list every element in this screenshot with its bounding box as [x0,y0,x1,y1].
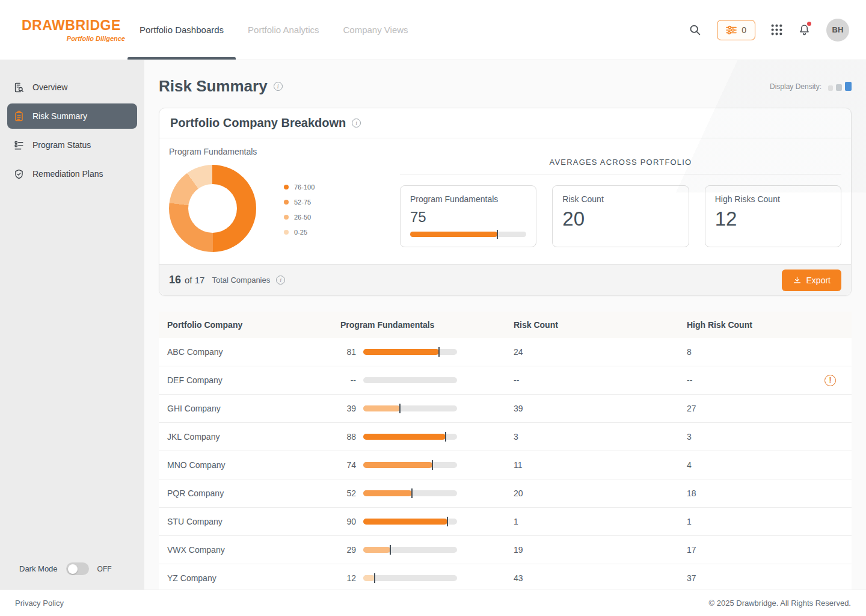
high-risk-count-cell: 27 [687,404,843,413]
info-icon[interactable] [276,276,285,285]
apps-grid-icon[interactable] [771,24,782,35]
legend-label: 76-100 [294,183,315,191]
avg-progress-track [410,232,526,237]
high-risk-count-value: 1 [687,517,692,526]
table-row[interactable]: YZ Company124337 [159,564,852,590]
legend-item: 52-75 [284,199,315,206]
donut-legend: 76-10052-7526-500-25 [284,183,315,236]
filter-count: 0 [742,25,746,35]
donut-wrap: 76-10052-7526-500-25 [169,165,390,252]
high-risk-count-value: 3 [687,432,692,442]
card-header: Portfolio Company Breakdown [159,108,851,138]
stat-card-program-fundamentals: Program Fundamentals 75 [400,185,536,247]
drawbridge-logo[interactable]: DRAWBRIDGE Portfolio Diligence [0,17,127,42]
donut-chart[interactable] [169,165,256,252]
info-icon[interactable] [274,82,283,91]
density-option-compact[interactable] [828,85,833,91]
table-row[interactable]: ABC Company81248 [159,338,852,366]
risk-count-value: -- [514,375,687,385]
score-bar-marker [390,545,391,555]
stat-value: 12 [715,208,831,230]
sidebar-item-remediation-plans[interactable]: Remediation Plans [7,161,137,186]
legend-dot [284,185,289,189]
table-row[interactable]: STU Company9011 [159,508,852,536]
table-row[interactable]: GHI Company393927 [159,395,852,423]
score-bar-fill [363,575,375,581]
col-portfolio-company: Portfolio Company [167,320,340,330]
total-companies-label: Total Companies [212,276,270,285]
privacy-policy-link[interactable]: Privacy Policy [15,599,64,608]
sidebar-item-overview[interactable]: Overview [7,75,137,100]
high-risk-count-cell: 8 [687,347,843,357]
density-option-medium[interactable] [836,84,842,91]
table-row[interactable]: JKL Company8833 [159,423,852,451]
stat-label: Risk Count [562,194,678,204]
table-row[interactable]: MNO Company74114 [159,451,852,479]
score-bar-marker [438,347,440,357]
legend-item: 26-50 [284,214,315,221]
score-bar-fill [363,462,432,468]
toggle-knob [68,564,78,574]
sidebar-item-label: Risk Summary [32,111,87,121]
company-name: VWX Company [167,545,340,555]
chart-label: Program Fundamentals [169,147,390,156]
stat-value: 20 [562,208,678,230]
export-label: Export [806,276,831,285]
high-risk-count-value: -- [687,375,692,385]
sidebar-item-label: Program Status [32,140,91,150]
avg-bar-marker [497,230,498,239]
warning-icon[interactable] [825,375,836,386]
sidebar-item-risk-summary[interactable]: Risk Summary [7,103,137,129]
score-bar-fill [363,519,447,525]
stat-label: High Risks Count [715,194,831,204]
col-program-fundamentals: Program Fundamentals [340,320,514,330]
stat-card-risk-count: Risk Count 20 [552,185,689,247]
score-bar-track [363,349,457,355]
score-bar-marker [447,517,448,526]
shield-check-icon [13,168,25,180]
col-risk-count: Risk Count [514,320,687,330]
title-row: Risk Summary Display Density: [159,77,852,96]
notification-dot [807,22,811,26]
score-bar-track [363,377,457,383]
table-row[interactable]: VWX Company291917 [159,536,852,564]
legend-dot [284,200,289,205]
page-footer: Privacy Policy © 2025 Drawbridge. All Ri… [0,590,866,616]
legend-label: 26-50 [294,214,311,221]
copyright-text: © 2025 Drawbridge. All Rights Reserved. [709,599,851,608]
filter-button[interactable]: 0 [717,20,755,40]
overview-icon [13,82,25,93]
notifications-bell-icon[interactable] [798,23,811,36]
density-option-comfortable[interactable] [845,82,852,91]
score-bar-fill [363,434,446,440]
search-icon[interactable] [689,23,701,36]
company-name: ABC Company [167,347,340,357]
avatar[interactable]: BH [826,19,849,42]
averages-title: AVERAGES ACROSS PORTFOLIO [400,158,841,174]
legend-item: 0-25 [284,229,315,236]
dark-mode-toggle[interactable] [66,562,89,575]
dark-mode-row: Dark Mode OFF [0,562,144,575]
table-row[interactable]: DEF Company------ [159,366,852,395]
risk-count-value: 1 [514,517,687,526]
dark-mode-label: Dark Mode [19,564,58,573]
nav-portfolio-analytics[interactable]: Portfolio Analytics [236,0,331,60]
stat-cards-row: Program Fundamentals 75 Risk Count 20 [400,185,841,247]
program-fundamentals-cell: 52 [340,488,514,498]
sidebar-item-program-status[interactable]: Program Status [7,132,137,158]
high-risk-count-cell: 37 [687,573,843,583]
high-risk-count-value: 27 [687,404,696,413]
program-fundamentals-value: 81 [340,347,356,357]
company-name: YZ Company [167,573,340,583]
display-density-control: Display Density: [770,82,852,91]
companies-count: 16 [169,274,181,286]
nav-company-views[interactable]: Company Views [331,0,420,60]
card-title: Portfolio Company Breakdown [170,116,346,130]
score-bar-track [363,547,457,553]
clipboard-icon [13,111,25,122]
export-button[interactable]: Export [782,270,841,291]
info-icon[interactable] [352,119,361,128]
company-name: STU Company [167,517,340,526]
table-row[interactable]: PQR Company522018 [159,479,852,508]
nav-portfolio-dashboards[interactable]: Portfolio Dashboards [127,0,236,60]
